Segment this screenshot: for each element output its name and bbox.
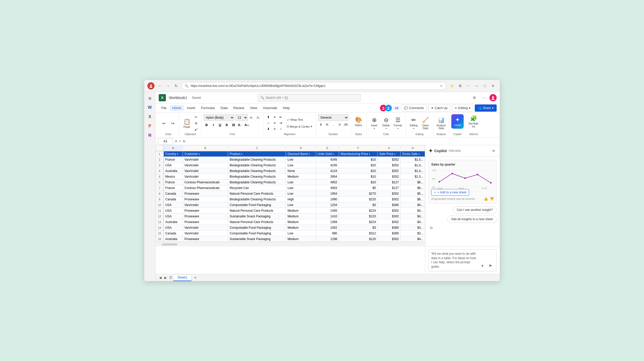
confirm-formula-icon[interactable]: ✓ [179,139,181,143]
table-cell[interactable]: VanArsdel [183,157,228,162]
col-header-E[interactable]: E [316,145,339,151]
menu-file[interactable]: File [159,105,169,111]
prev-sheet-button[interactable]: ◀ [158,275,163,280]
table-cell[interactable]: $3 [339,202,378,208]
get-addins-button[interactable]: 🧩 Get Add-ins [468,114,479,129]
table-cell[interactable]: Low [286,185,316,191]
table-cell[interactable]: Low [286,202,316,208]
table-cell[interactable]: Natural Personal Care Products [228,191,286,196]
indent-increase-button[interactable]: ⇥ [278,120,284,126]
copilot-ribbon-button[interactable]: ✦ Copilot [451,114,464,129]
filter-icon[interactable]: ▾ [418,153,420,155]
table-cell[interactable]: $4... [401,219,425,225]
table-cell[interactable]: Low [286,157,316,162]
table-row[interactable]: 4AustraliaVanArsdelBiodegradable Cleanin… [156,168,425,174]
table-cell[interactable]: Proseware [183,196,228,202]
sidebar-onenote-icon[interactable]: N [146,131,154,140]
table-cell[interactable]: $224 [339,208,378,214]
table-cell[interactable]: Biodegradable Cleaning Products [228,162,286,168]
table-cell[interactable]: $10 [339,162,378,168]
table-cell[interactable]: Mexico [164,174,183,179]
table-cell[interactable]: 1298 [316,236,339,242]
percent-button[interactable]: % [324,122,330,127]
table-row[interactable]: 16AustraliaProsewareSustainable Snack Pa… [156,236,425,242]
header-country[interactable]: Country ▾ [164,151,183,157]
menu-help[interactable]: Help [280,105,292,111]
table-row[interactable]: 11USAProsewareNatural Personal Care Prod… [156,208,425,214]
currency-button[interactable]: $ [318,122,324,127]
col-header-B[interactable]: B [183,145,228,151]
table-cell[interactable]: Contoso Pharmaceuticals [183,185,228,191]
table-cell[interactable]: 980 [316,231,339,236]
copy-button[interactable]: ⧉ [193,120,199,126]
table-cell[interactable]: Compostable Food Packaging [228,225,286,231]
browser-settings-button[interactable]: ⚙ [456,82,464,89]
delete-button[interactable]: ⊖ Delete ▾ [380,116,392,130]
table-cell[interactable]: Medium [286,214,316,219]
font-name-selector[interactable]: Aptos (Body) [204,114,234,121]
header-units-sold[interactable]: Units Sold ▾ [316,151,339,157]
table-cell[interactable]: $302 [378,236,401,242]
cell-reference[interactable]: A1 [158,138,173,144]
col-header-A[interactable]: A [164,145,183,151]
comments-button[interactable]: 💬 Comments [401,104,427,112]
table-cell[interactable]: Natural Personal Care Products [228,219,286,225]
table-cell[interactable]: $5... [401,191,425,196]
table-cell[interactable]: 4952 [316,179,339,185]
menu-data[interactable]: Data [218,105,230,111]
table-cell[interactable]: Australia [164,168,183,174]
table-cell[interactable]: France [164,179,183,185]
close-window-button[interactable]: ✕ [489,82,497,89]
table-cell[interactable]: $6... [401,185,425,191]
merge-center-button[interactable]: ⊡ Merge & Center ▾ [285,123,314,130]
table-cell[interactable]: USA [164,225,183,231]
add-all-insights-button[interactable]: Add all insights to a new sheet [447,216,497,223]
more-options-button[interactable]: ⋯ [480,94,487,101]
copilot-close-button[interactable]: ✕ [490,148,497,154]
table-cell[interactable]: Proseware [183,191,228,196]
table-cell[interactable]: VanArsdel [183,202,228,208]
filter-icon[interactable]: ▾ [241,153,242,155]
table-cell[interactable]: Low [286,162,316,168]
col-header-C[interactable]: C [228,145,286,151]
table-cell[interactable]: Canada [164,196,183,202]
table-cell[interactable]: USA [164,202,183,208]
borders-button[interactable]: ⊟ [230,122,236,128]
menu-automate[interactable]: Automate [260,105,280,111]
filter-icon[interactable]: ▾ [369,153,370,155]
table-row[interactable]: 2FranceVanArsdelBiodegradable Cleaning P… [156,157,425,162]
table-cell[interactable]: $270 [339,191,378,196]
refresh-icon[interactable]: ↻ [428,225,435,231]
cancel-formula-icon[interactable]: ✕ [175,139,177,143]
browser-more-button[interactable]: ⋯ [465,82,472,89]
table-cell[interactable]: Proseware [183,208,228,214]
filter-icon[interactable]: ▾ [177,153,178,155]
underline-button[interactable]: U [217,122,223,128]
font-size-selector[interactable]: 11 [235,114,248,121]
table-cell[interactable]: High [286,196,316,202]
table-cell[interactable]: 4245 [316,162,339,168]
table-cell[interactable]: 1369 [316,219,339,225]
table-cell[interactable]: $352 [378,162,401,168]
editing-button[interactable]: ✏ Editing ▾ [452,104,473,112]
decrease-font-button[interactable]: A↓ [256,115,261,120]
table-cell[interactable]: 4903 [316,185,339,191]
see-another-insight-button[interactable]: Can I see another insight? [453,206,497,214]
table-cell[interactable]: 4124 [316,168,339,174]
redo-button[interactable]: ↪ [168,119,177,127]
fill-color-button[interactable]: A▬ [237,122,243,128]
formula-input[interactable] [187,140,498,143]
table-cell[interactable]: Contoso Pharmaceuticals [183,179,228,185]
col-header-F[interactable]: F [339,145,378,151]
send-button[interactable]: ➤ [487,262,494,269]
sidebar-powerpoint-icon[interactable]: P [146,122,154,130]
table-cell[interactable]: VanArsdel [183,162,228,168]
table-cell[interactable]: $302 [378,214,401,219]
table-cell[interactable]: $127 [378,185,401,191]
thumbs-up-button[interactable]: 👍 [484,197,488,201]
table-cell[interactable]: 3954 [316,174,339,179]
copilot-input-area[interactable]: Tell me what you want to do with data in… [428,249,497,271]
italic-button[interactable]: I [210,122,216,128]
table-cell[interactable]: Compostable Food Packaging [228,231,286,236]
table-row[interactable]: 13AustraliaProsewareNatural Personal Car… [156,219,425,225]
